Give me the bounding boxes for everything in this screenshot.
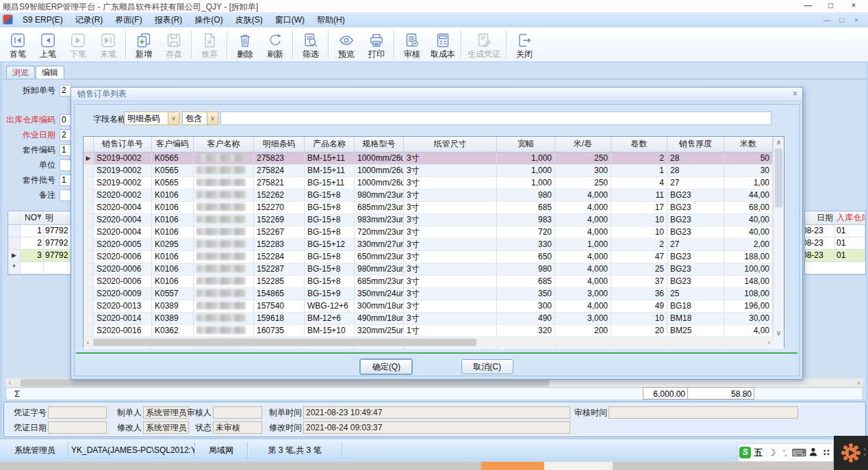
- toolbar-nav-prev-button[interactable]: 上笔: [33, 29, 63, 60]
- scroll-right-icon[interactable]: ›: [765, 338, 774, 347]
- sales-order-row[interactable]: S2020-0006K0106152284BG-15+8650mm/23um..…: [84, 251, 784, 263]
- sales-order-row[interactable]: ▶S2019-0002K0565275823BM-15+111000mm/26u…: [84, 153, 784, 165]
- detail-row[interactable]: 08-2301: [805, 250, 865, 262]
- dialog-close-icon[interactable]: ×: [793, 88, 797, 101]
- sales-order-row[interactable]: S2020-0005K0295152283BG-15+12330mm/27um.…: [84, 239, 784, 251]
- sales-order-row[interactable]: S2019-0002K0565275821BG-15+111000mm/26u.…: [84, 177, 784, 190]
- footer-input[interactable]: [48, 406, 107, 419]
- maximize-icon[interactable]: □: [821, 1, 841, 10]
- menu-item-2[interactable]: 界面(F): [109, 12, 148, 27]
- field-name-select[interactable]: 明细条码 ∨: [124, 112, 179, 125]
- toolbar-audit-button[interactable]: 审核: [397, 29, 427, 60]
- footer-input[interactable]: 2021-08-24 09:03:37: [303, 421, 570, 434]
- scroll-left-icon[interactable]: ‹: [84, 338, 92, 347]
- menu-item-5[interactable]: 皮肤(S): [229, 12, 269, 27]
- detail-row[interactable]: 08-2301: [805, 225, 865, 237]
- operator-select[interactable]: 包含 ∨: [182, 112, 218, 125]
- scroll-left-icon[interactable]: ‹: [5, 378, 14, 387]
- floating-app-widget[interactable]: ••: [834, 436, 868, 470]
- column-header-7[interactable]: 宽幅: [497, 137, 555, 152]
- sales-order-row[interactable]: S2020-0006K0106152285BG-15+8685mm/23um..…: [84, 276, 784, 288]
- column-header-5[interactable]: 规格型号: [355, 137, 404, 152]
- column-header-11[interactable]: 米数: [724, 137, 773, 152]
- sales-order-row[interactable]: S2019-0002K0565275824BM-15+111000mm/26u.…: [84, 165, 784, 177]
- close-icon[interactable]: ×: [843, 1, 864, 10]
- cancel-button[interactable]: 取消(C): [461, 359, 513, 374]
- tab-browse[interactable]: 浏览: [6, 66, 35, 79]
- column-header-9[interactable]: 卷数: [611, 137, 667, 152]
- toolbar-print-button[interactable]: 打印: [361, 29, 392, 60]
- scroll-right-icon[interactable]: ›: [854, 378, 863, 387]
- scrollbar-thumb[interactable]: [93, 339, 476, 346]
- child-minimize-icon[interactable]: —: [821, 12, 833, 27]
- detail-row[interactable]: 197792: [8, 225, 73, 237]
- taskbar-item-light[interactable]: [544, 462, 613, 470]
- wubi-mode-icon[interactable]: 五: [752, 447, 765, 459]
- row-barcode: 97792: [44, 225, 73, 237]
- ok-button[interactable]: 确定(Q): [360, 359, 412, 374]
- footer-input[interactable]: 2021-08-23 10:49:47: [303, 406, 570, 419]
- sogou-logo-icon[interactable]: S: [739, 447, 752, 458]
- cell: BG23: [667, 214, 724, 226]
- grid-horizontal-scrollbar[interactable]: ‹ ›: [84, 338, 774, 347]
- widget-menu-dots-icon[interactable]: ••: [864, 447, 866, 458]
- child-restore-icon[interactable]: □: [836, 12, 848, 27]
- detail-row[interactable]: ▶397792: [8, 250, 73, 262]
- person-icon[interactable]: [806, 447, 819, 458]
- sales-order-row[interactable]: S2020-0016K0362160735BM-15+10320mm/25um.…: [84, 325, 784, 337]
- menu-item-4[interactable]: 操作(O): [188, 12, 229, 27]
- taskbar-item-orange[interactable]: [481, 462, 544, 470]
- chevron-down-icon[interactable]: ∨: [207, 112, 218, 125]
- scrollbar-thumb[interactable]: [21, 379, 549, 387]
- column-header-10[interactable]: 销售厚度: [667, 137, 724, 152]
- sales-order-row[interactable]: S2020-0014K0389159618BM-12+6490mm/18um..…: [84, 313, 784, 325]
- minimize-icon[interactable]: —: [797, 1, 818, 10]
- toolbar-close-doc-button[interactable]: 关闭: [509, 29, 539, 60]
- scroll-down-icon[interactable]: ∨: [774, 328, 783, 337]
- column-header-8[interactable]: 米/卷: [555, 137, 611, 152]
- column-header-1[interactable]: 客户编码: [152, 137, 194, 152]
- footer-input[interactable]: [609, 406, 798, 419]
- toolbar-add-doc-button[interactable]: 新增: [129, 29, 159, 60]
- punctuation-icon[interactable]: ’,: [778, 449, 791, 457]
- grid-vertical-scrollbar[interactable]: ∧ ∨: [773, 137, 784, 338]
- moon-icon[interactable]: ☽: [765, 447, 778, 458]
- sales-order-row[interactable]: S2020-0002K0106152262BG-15+8980mm/23um..…: [84, 190, 784, 202]
- menu-item-1[interactable]: 记录(R): [69, 12, 110, 27]
- column-header-6[interactable]: 纸管尺寸: [404, 137, 497, 152]
- sales-order-row[interactable]: S2020-0009K0557154865BG-15+9350mm/24um..…: [84, 288, 784, 300]
- column-header-4[interactable]: 产品名称: [305, 137, 355, 152]
- menu-item-7[interactable]: 帮助(H): [311, 12, 351, 27]
- menu-item-6[interactable]: 窗口(W): [269, 12, 311, 27]
- column-header-3[interactable]: 明细条码: [254, 137, 305, 152]
- column-header-2[interactable]: 客户名称: [194, 137, 254, 152]
- filter-value-input[interactable]: [220, 112, 771, 125]
- keyboard-icon[interactable]: ⌨: [792, 447, 807, 459]
- menu-item-0[interactable]: S9 ERP(E): [16, 12, 69, 27]
- scrollbar-thumb[interactable]: [775, 148, 782, 207]
- toolbar-preview-button[interactable]: 预览: [331, 29, 361, 60]
- detail-row[interactable]: 297792: [8, 237, 73, 250]
- tab-edit[interactable]: 编辑: [36, 66, 64, 79]
- toolbar-delete-button[interactable]: 删除: [230, 29, 260, 60]
- footer-input[interactable]: [213, 406, 262, 419]
- detail-row[interactable]: 08-2301: [805, 237, 865, 250]
- toolbar-filter-button[interactable]: 筛选: [296, 29, 326, 60]
- sales-order-row[interactable]: S2020-0004K0106152270BG-15+8685mm/23um..…: [84, 202, 784, 214]
- menu-item-3[interactable]: 报表(R): [149, 12, 189, 27]
- sales-order-row[interactable]: S2020-0006K0106152287BG-15+8980mm/23um..…: [84, 263, 784, 276]
- footer-input[interactable]: [48, 421, 107, 434]
- sales-order-row[interactable]: S2020-0004K0106152267BG-15+8720mm/23um..…: [84, 226, 784, 239]
- scroll-up-icon[interactable]: ∧: [774, 138, 783, 146]
- child-close-icon[interactable]: ×: [850, 12, 863, 27]
- toolbar-cost-button[interactable]: 取成本: [427, 29, 459, 60]
- toolbar-nav-first-button[interactable]: 首笔: [3, 29, 33, 60]
- sales-order-row[interactable]: S2020-0013K0389157540WBG-12+6300mm/18um.…: [84, 300, 784, 313]
- column-header-0[interactable]: 销售订单号: [94, 137, 152, 152]
- sales-order-row[interactable]: S2020-0004K0106152269BG-15+8983mm/23um..…: [84, 214, 784, 226]
- cell: 2: [611, 239, 667, 250]
- toolbox-icon[interactable]: ∷: [820, 447, 833, 458]
- toolbar-refresh-button[interactable]: 刷新: [260, 29, 290, 60]
- chevron-down-icon[interactable]: ∨: [168, 112, 179, 125]
- footer-input[interactable]: 未审核: [213, 421, 262, 434]
